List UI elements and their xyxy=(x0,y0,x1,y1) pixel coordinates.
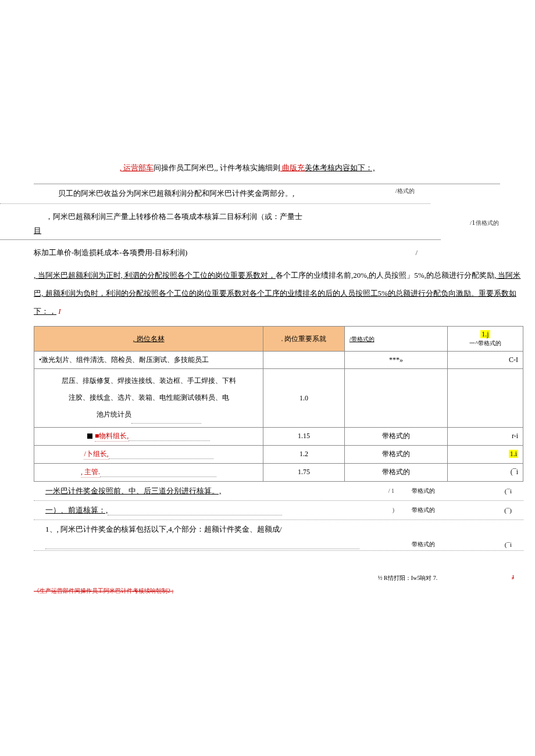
cell-note2: 1.i xyxy=(447,445,523,463)
paragraph-line-1: 贝工的阿米巴收益分为阿米巴超额利润分配和阿米巴计件奖金两部分。, xyxy=(0,187,430,204)
title-part3: 曲版充 xyxy=(280,163,305,172)
cell-note1: 带格式的 xyxy=(344,427,447,445)
cell-note2: (¯i xyxy=(447,463,523,481)
table-row: 层压、排版修复、焊接连接线、装边框、手工焊接、下料 注胶、接线盒、选片、装箱、电… xyxy=(34,369,523,427)
post-label: 带格式的 xyxy=(394,506,470,514)
cell-note2 xyxy=(447,369,523,427)
para-seg1: , 当阿米巴超额利润为正时, 利泗的分配按照各个工位的岗位重要系数对， xyxy=(34,271,276,280)
cell-note1: 带格式的 xyxy=(344,445,447,463)
cell-coef: 1.75 xyxy=(263,463,345,481)
paragraph-line-3: 标加工单价-制造损耗成本-各项费用-目标利润) / xyxy=(0,246,406,260)
cell-coef: 1.2 xyxy=(263,445,345,463)
margin-note-1: /格式的 xyxy=(395,187,415,195)
title-part2: 间操作员工阿米巴,, 计件考核实施细则 xyxy=(154,163,280,172)
header-note2-hl: 1.j xyxy=(480,330,490,338)
post-mid: / 1 xyxy=(371,488,394,494)
line2-text: ，阿米巴超额利润三产量上转移价格二各项成本核算二目标利润（或：产量士 xyxy=(45,212,302,221)
post-left: 一）、前道核算：, xyxy=(34,505,371,515)
table-header-row: , 岗位名林 . 岗位重要系就 /带格式的 1.j 一^带格式的 xyxy=(34,327,523,352)
post-row: 带格式的 (¯i xyxy=(34,539,523,551)
post-row: 1、, 阿米巴计件奖金的核算包括以下,4,个部分：超额计件奖金、超额成/ xyxy=(34,520,523,539)
post-row: 一米巴计件奖金按照前、中、后三道分别进行核算。, / 1 带格式的 (¯i xyxy=(34,482,523,501)
post-left: 一米巴计件奖金按照前、中、后三道分别进行核算。, xyxy=(34,486,371,496)
post-label: 带格式的 xyxy=(394,540,470,549)
post-right: (¯i xyxy=(470,488,523,495)
coefficient-table: , 岗位名林 . 岗位重要系就 /带格式的 1.j 一^带格式的 •激光划片、组… xyxy=(34,326,523,481)
post-table-section: 一米巴计件奖金按照前、中、后三道分别进行核算。, / 1 带格式的 (¯i 一）… xyxy=(34,482,523,551)
post-mid: ) xyxy=(371,507,394,513)
cell-name-multi: 层压、排版修复、焊接连接线、装边框、手工焊接、下料 注胶、接线盒、选片、装箱、电… xyxy=(34,369,263,427)
header-position-name: , 岗位名林 xyxy=(34,327,263,352)
cell-coef: 1.0 xyxy=(263,369,345,427)
post-row: 一）、前道核算：, ) 带格式的 (¯) xyxy=(34,501,523,520)
para-seg1b: 各个工序的业绩排名前,20%,的人员按照」5%,的总额进行分配奖励, xyxy=(276,271,496,280)
cell-name: •激光划片、组件清洗、陪检员、耐压测试、多技能员工 xyxy=(34,352,263,369)
footer-right: ½ R情打阳：Iw5响对 7. J xyxy=(378,574,437,582)
header-coefficient: . 岗位重要系就 xyxy=(263,327,345,352)
post-right: (¯) xyxy=(470,507,523,514)
document-title: , 运营部车间操作员工阿米巴,, 计件考核实施细则 曲版充美体考核内容如下：, xyxy=(58,163,436,173)
line1-text: 贝工的阿米巴收益分为阿米巴超额利润分配和阿米巴计件奖金两部分。, xyxy=(58,189,294,198)
table-row: /卜组长, 1.2 带格式的 1.i xyxy=(34,445,523,463)
cell-note1: 带格式的 xyxy=(344,463,447,481)
footer-right-main: ½ R情打阳：Iw5响对 7. xyxy=(378,575,437,581)
document-page: , 运营部车间操作员工阿米巴,, 计件考核实施细则 曲版充美体考核内容如下：, … xyxy=(0,0,535,756)
header-note2: 1.j 一^带格式的 xyxy=(447,327,523,352)
paragraph-line-2: ，阿米巴超额利润三产量上转移价格二各项成本核算二目标利润（或：产量士 目 xyxy=(0,210,441,240)
cell-note2: r-i xyxy=(447,427,523,445)
title-part4: 美体考核内容如下：, xyxy=(305,163,374,172)
table-row: •激光划片、组件清洗、陪检员、耐压测试、多技能员工 ***» C-I xyxy=(34,352,523,369)
para-trail: I xyxy=(58,307,60,316)
cell-name: ■物料组长, xyxy=(34,427,263,445)
post-label: 带格式的 xyxy=(394,487,470,495)
margin-note-2: /1倍格式的 xyxy=(470,218,499,227)
cell-note1: ***» xyxy=(344,352,447,369)
line2-suffix: 目 xyxy=(34,226,41,235)
post-left xyxy=(34,539,371,549)
line3-text: 标加工单价-制造损耗成本-各项费用-目标利润) xyxy=(34,248,187,257)
divider xyxy=(34,184,500,184)
title-part1: , 运营部车 xyxy=(120,163,154,172)
header-note1: /带格式的 xyxy=(344,327,447,352)
cell-note2: C-I xyxy=(447,352,523,369)
cell-name: , 主管. xyxy=(34,463,263,481)
post-left: 1、, 阿米巴计件奖金的核算包括以下,4,个部分：超额计件奖金、超额成/ xyxy=(34,524,394,535)
square-bullet-icon xyxy=(87,433,92,439)
main-paragraph: , 当阿米巴超额利润为正时, 利泗的分配按照各个工位的岗位重要系数对，各个工序的… xyxy=(0,266,522,321)
cell-note1 xyxy=(344,369,447,427)
cell-coef: 1.15 xyxy=(263,427,345,445)
table-row: ■物料组长, 1.15 带格式的 r-i xyxy=(34,427,523,445)
footer-right-j: J xyxy=(512,574,514,581)
cell-coef xyxy=(263,352,345,369)
footer-strike-text: 《生产运营部件间操作员工阿米巴计件考核续响朝制2 ; xyxy=(34,587,173,595)
cell-name: /卜组长, xyxy=(34,445,263,463)
slash-icon: / xyxy=(415,246,418,260)
post-right: (¯i xyxy=(470,541,523,548)
note2-suffix: 倍格式的 xyxy=(476,220,499,226)
table-row: , 主管. 1.75 带格式的 (¯i xyxy=(34,463,523,481)
